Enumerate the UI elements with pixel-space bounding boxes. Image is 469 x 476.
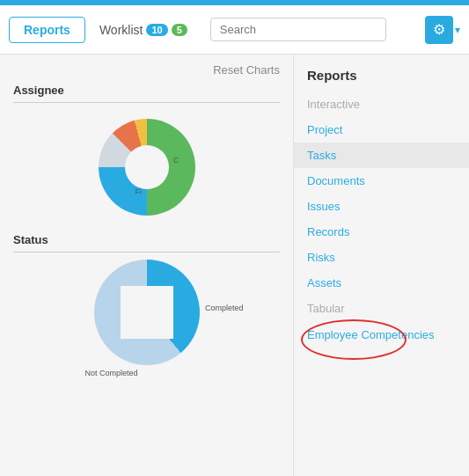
tab-worklist[interactable]: Worklist 10 5	[92, 18, 194, 42]
status-donut-container: Completed Not Completed	[94, 260, 200, 365]
left-panel: Reset Charts Assignee C Fi Status	[0, 55, 293, 476]
donut-hole	[125, 145, 169, 189]
assignee-title: Assignee	[13, 84, 280, 97]
sidebar-item-employee-competencies[interactable]: Employee Competencies	[294, 321, 469, 349]
status-label-completed: Completed	[205, 304, 244, 312]
sidebar-item-interactive: Interactive	[294, 92, 469, 117]
tab-reports[interactable]: Reports	[9, 17, 85, 43]
sidebar-item-issues[interactable]: Issues	[294, 194, 469, 219]
donut-label-c: C	[173, 156, 180, 165]
assignee-section: Assignee C Fi	[13, 84, 280, 224]
status-section: Status Completed Not Completed	[13, 233, 280, 365]
gear-icon: ⚙	[433, 21, 445, 38]
sidebar-item-documents[interactable]: Documents	[294, 168, 469, 194]
reset-charts-button[interactable]: Reset Charts	[13, 63, 280, 77]
sidebar-item-project[interactable]: Project	[294, 117, 469, 143]
assignee-chart-wrapper: C Fi	[13, 110, 280, 224]
header: Reports Worklist 10 5 ⚙ ▾	[0, 5, 469, 55]
gear-button[interactable]: ⚙	[425, 16, 453, 44]
badge-worklist-blue: 10	[146, 24, 167, 36]
gear-wrapper: ⚙ ▾	[425, 16, 460, 44]
badge-worklist-green: 5	[172, 24, 187, 36]
donut-label-fi: Fi	[136, 187, 143, 196]
sidebar-title: Reports	[294, 68, 469, 92]
sidebar-item-records[interactable]: Records	[294, 219, 469, 245]
gear-dropdown-arrow[interactable]: ▾	[455, 24, 460, 36]
main-content: Reset Charts Assignee C Fi Status	[0, 55, 469, 476]
worklist-label: Worklist	[99, 23, 143, 37]
sidebar-item-risks[interactable]: Risks	[294, 245, 469, 270]
assignee-donut-chart: C Fi	[99, 119, 195, 216]
sidebar-item-tabular: Tabular	[294, 296, 469, 321]
search-input[interactable]	[210, 18, 386, 41]
status-donut	[94, 260, 200, 365]
status-title: Status	[13, 233, 280, 246]
sidebar-item-tasks[interactable]: Tasks	[294, 143, 469, 168]
right-sidebar: Reports Interactive Project Tasks Docume…	[293, 55, 469, 476]
sidebar-item-assets[interactable]: Assets	[294, 270, 469, 296]
status-chart-wrapper: Completed Not Completed	[13, 260, 280, 365]
status-label-not-completed: Not Completed	[85, 369, 138, 377]
